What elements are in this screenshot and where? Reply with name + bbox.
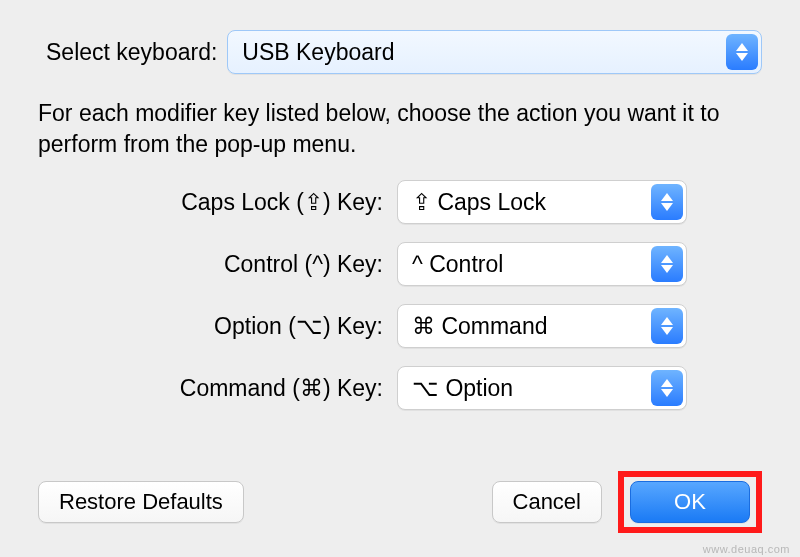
svg-marker-9 [661, 389, 673, 397]
watermark-text: www.deuaq.com [703, 543, 790, 555]
command-value: ⌥ Option [412, 375, 513, 402]
select-keyboard-value: USB Keyboard [242, 39, 394, 66]
updown-arrows-icon [726, 34, 758, 70]
modifier-keys-sheet: Select keyboard: USB Keyboard For each m… [10, 0, 790, 557]
keyboard-selector-row: Select keyboard: USB Keyboard [46, 30, 762, 74]
ok-button[interactable]: OK [630, 481, 750, 523]
svg-marker-5 [661, 265, 673, 273]
svg-marker-1 [736, 53, 748, 61]
caps-lock-label: Caps Lock (⇪) Key: [181, 189, 383, 216]
command-label: Command (⌘) Key: [180, 375, 383, 402]
svg-marker-3 [661, 203, 673, 211]
svg-marker-6 [661, 317, 673, 325]
svg-marker-8 [661, 379, 673, 387]
svg-marker-0 [736, 43, 748, 51]
cancel-button[interactable]: Cancel [492, 481, 602, 523]
svg-marker-2 [661, 193, 673, 201]
ok-highlight-box: OK [618, 471, 762, 533]
select-keyboard-popup[interactable]: USB Keyboard [227, 30, 762, 74]
button-bar: Restore Defaults Cancel OK [38, 471, 762, 533]
updown-arrows-icon [651, 308, 683, 344]
updown-arrows-icon [651, 246, 683, 282]
svg-marker-4 [661, 255, 673, 263]
option-label: Option (⌥) Key: [214, 313, 383, 340]
control-label: Control (^) Key: [224, 251, 383, 278]
option-value: ⌘ Command [412, 313, 547, 340]
control-value: ^ Control [412, 251, 503, 278]
caps-lock-popup[interactable]: ⇪ Caps Lock [397, 180, 687, 224]
svg-marker-7 [661, 327, 673, 335]
control-popup[interactable]: ^ Control [397, 242, 687, 286]
caps-lock-value: ⇪ Caps Lock [412, 189, 546, 216]
restore-defaults-button[interactable]: Restore Defaults [38, 481, 244, 523]
updown-arrows-icon [651, 370, 683, 406]
select-keyboard-label: Select keyboard: [46, 39, 217, 66]
modifier-mappings: Caps Lock (⇪) Key: ⇪ Caps Lock Control (… [38, 180, 762, 410]
updown-arrows-icon [651, 184, 683, 220]
command-popup[interactable]: ⌥ Option [397, 366, 687, 410]
option-popup[interactable]: ⌘ Command [397, 304, 687, 348]
instructions-text: For each modifier key listed below, choo… [38, 98, 762, 160]
